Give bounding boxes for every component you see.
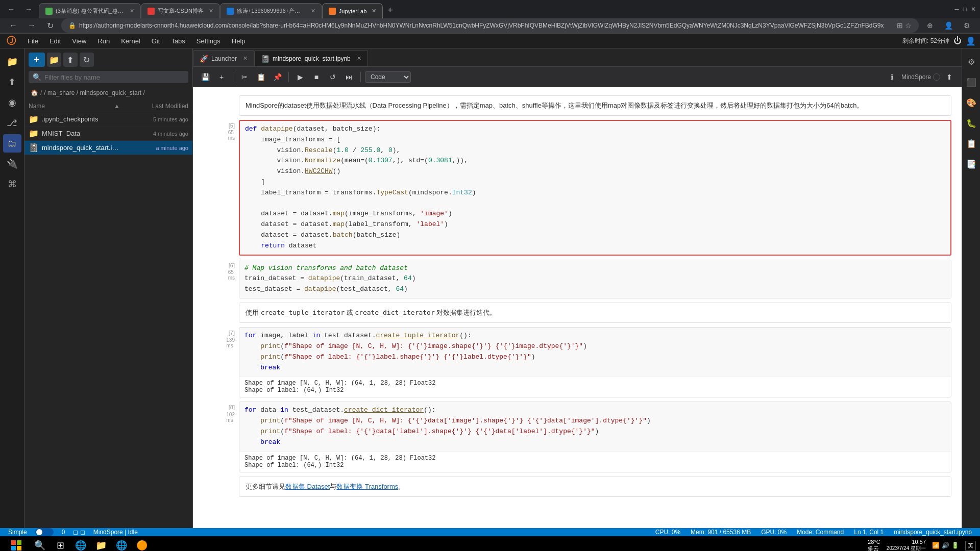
run-all-btn[interactable]: ⏭ bbox=[342, 70, 356, 84]
address-box[interactable]: 🔒 https://authoring-modelarts-cnnorth4.h… bbox=[61, 18, 919, 33]
minimize-btn[interactable]: ─ bbox=[954, 6, 959, 13]
browser-tab-4[interactable]: JupyterLab ✕ bbox=[322, 3, 383, 18]
right-settings-btn[interactable]: ⚙ bbox=[962, 53, 981, 71]
notebook-tab-bar: 🚀 Launcher ✕ 📓 mindspore_quick_start.ipy… bbox=[193, 48, 962, 67]
forward-btn[interactable]: → bbox=[24, 18, 39, 33]
start-btn[interactable] bbox=[4, 537, 29, 551]
col-modified-header[interactable]: Last Modified bbox=[122, 103, 188, 110]
menu-file[interactable]: File bbox=[22, 35, 43, 47]
sidebar-running-btn[interactable]: ◉ bbox=[3, 93, 21, 112]
mode-toggle[interactable] bbox=[35, 528, 54, 536]
col-name-header[interactable]: Name bbox=[29, 103, 112, 110]
cut-btn[interactable]: ✂ bbox=[237, 70, 252, 84]
cell-5[interactable]: [5] 65 ms def datapipe(dataset, batch_si… bbox=[203, 120, 951, 256]
sidebar-extensions-btn[interactable]: 🔌 bbox=[3, 155, 21, 173]
interrupt-btn[interactable]: ■ bbox=[309, 70, 324, 84]
file-item-mnist[interactable]: 📁 MNIST_Data 4 minutes ago bbox=[24, 127, 192, 141]
right-debug-btn[interactable]: 🐛 bbox=[962, 114, 981, 132]
taskbar-taskview-btn[interactable]: ⊞ bbox=[51, 536, 69, 551]
sidebar-commands-btn[interactable]: ⌘ bbox=[3, 175, 21, 193]
tab-notebook[interactable]: 📓 mindspore_quick_start.ipynb ✕ bbox=[254, 50, 368, 66]
cell-body-6[interactable]: # Map vision transforms and batch datase… bbox=[239, 260, 951, 298]
copy-btn[interactable]: 📋 bbox=[254, 70, 268, 84]
tab-close-2[interactable]: ✕ bbox=[209, 8, 213, 14]
cell-type-select[interactable]: Code Markdown Raw bbox=[365, 71, 411, 83]
profile-btn[interactable]: 👤 bbox=[941, 18, 955, 33]
file-list: 📁 .ipynb_checkpoints 5 minutes ago 📁 MNI… bbox=[24, 112, 192, 528]
new-file-btn[interactable]: + bbox=[29, 53, 45, 67]
menu-view[interactable]: View bbox=[67, 35, 91, 47]
sidebar-git-btn[interactable]: ⎇ bbox=[3, 114, 21, 132]
address-bar-row: ← → ↻ 🔒 https://authoring-modelarts-cnno… bbox=[0, 18, 980, 33]
cell-6[interactable]: [6] 65 ms # Map vision transforms and ba… bbox=[203, 260, 951, 298]
taskbar-edge-btn[interactable]: 🌐 bbox=[71, 536, 90, 551]
sidebar-folder-btn[interactable]: 📁 bbox=[3, 53, 21, 71]
menu-kernel[interactable]: Kernel bbox=[116, 35, 145, 47]
upload-btn[interactable]: ⬆ bbox=[63, 53, 78, 67]
tab-close-notebook[interactable]: ✕ bbox=[357, 55, 361, 62]
save-btn[interactable]: 💾 bbox=[198, 70, 212, 84]
power-icon[interactable]: ⏻ bbox=[953, 36, 962, 45]
menu-run[interactable]: Run bbox=[92, 35, 115, 47]
new-tab-btn[interactable]: + bbox=[383, 3, 397, 17]
sidebar-files-btn[interactable]: 🗂 bbox=[3, 134, 21, 153]
cell-7[interactable]: [7] 139 ms for image, label in test_data… bbox=[203, 327, 951, 397]
tab-close-launcher[interactable]: ✕ bbox=[243, 55, 248, 62]
share-btn[interactable]: ⬆ bbox=[942, 70, 957, 84]
paste-btn[interactable]: 📌 bbox=[270, 70, 284, 84]
cell-gutter-md3 bbox=[203, 477, 239, 497]
search-input[interactable] bbox=[44, 73, 184, 81]
reader-icon[interactable]: ⊞ bbox=[897, 21, 903, 30]
file-item-checkpoints[interactable]: 📁 .ipynb_checkpoints 5 minutes ago bbox=[24, 112, 192, 127]
right-prop-btn[interactable]: 📋 bbox=[962, 134, 981, 153]
menu-tabs[interactable]: Tabs bbox=[166, 35, 190, 47]
close-btn[interactable]: ✕ bbox=[971, 6, 976, 13]
cell-8[interactable]: [8] 102 ms for data in test_dataset.crea… bbox=[203, 402, 951, 472]
taskbar-chrome-btn[interactable]: 🌐 bbox=[112, 536, 131, 551]
menu-help[interactable]: Help bbox=[227, 35, 251, 47]
file-item-notebook[interactable]: 📓 mindspore_quick_start.ipynb a minute a… bbox=[24, 141, 192, 155]
reload-btn[interactable]: ↻ bbox=[43, 18, 57, 33]
kernel-info-btn[interactable]: ℹ bbox=[885, 70, 899, 84]
bookmark-icon[interactable]: ☆ bbox=[905, 21, 912, 30]
settings-btn-browser[interactable]: ⚙ bbox=[960, 18, 974, 33]
taskbar-app-btn[interactable]: 🟠 bbox=[133, 536, 151, 551]
filter-box[interactable]: 🔍 bbox=[29, 71, 188, 83]
taskbar-explorer-btn[interactable]: 📁 bbox=[92, 536, 110, 551]
browser-tab-1[interactable]: (3条消息) 惠公署代码_惠公系列 ✕ bbox=[39, 3, 141, 18]
sidebar-upload-btn[interactable]: ⬆ bbox=[3, 73, 21, 91]
extensions-btn[interactable]: ⊕ bbox=[923, 18, 937, 33]
run-btn[interactable]: ▶ bbox=[293, 70, 307, 84]
new-folder-btn[interactable]: 📁 bbox=[47, 53, 61, 67]
user-icon[interactable]: 👤 bbox=[966, 36, 976, 46]
cell-body-5[interactable]: def datapipe(dataset, batch_size): image… bbox=[239, 120, 951, 256]
maximize-btn[interactable]: □ bbox=[963, 6, 967, 13]
cell-body-7[interactable]: for image, label in test_dataset.create_… bbox=[239, 327, 951, 397]
restart-btn[interactable]: ↺ bbox=[326, 70, 340, 84]
menu-settings[interactable]: Settings bbox=[191, 35, 226, 47]
right-terminal-btn[interactable]: ⬛ bbox=[962, 73, 981, 91]
menu-edit[interactable]: Edit bbox=[44, 35, 66, 47]
svg-rect-1 bbox=[17, 540, 21, 545]
notebook-content[interactable]: MindSpore的dataset使用数据处理流水线（Data Processi… bbox=[193, 87, 962, 528]
cell-body-8[interactable]: for data in test_dataset.create_dict_ite… bbox=[239, 402, 951, 472]
back-btn[interactable]: ← bbox=[6, 18, 20, 33]
file-modified-notebook: a minute ago bbox=[122, 145, 188, 151]
browser-forward-btn[interactable]: → bbox=[21, 2, 36, 16]
browser-back-btn[interactable]: ← bbox=[4, 2, 18, 16]
refresh-btn[interactable]: ↻ bbox=[80, 53, 94, 67]
browser-tab-2[interactable]: 写文章-CSDN博客 ✕ bbox=[141, 3, 220, 18]
browser-tab-3[interactable]: 徐涛+13960699696+产品体验评 ✕ bbox=[220, 3, 322, 18]
tab-close-3[interactable]: ✕ bbox=[311, 8, 315, 14]
home-icon[interactable]: 🏠 bbox=[31, 89, 38, 96]
tab-close-4[interactable]: ✕ bbox=[372, 8, 376, 14]
kernel-status-btn[interactable] bbox=[933, 73, 940, 81]
menu-git[interactable]: Git bbox=[146, 35, 165, 47]
add-cell-btn[interactable]: + bbox=[214, 70, 229, 84]
right-palette-btn[interactable]: 🎨 bbox=[962, 93, 981, 112]
taskbar-search-btn[interactable]: 🔍 bbox=[31, 536, 49, 551]
tab-close-1[interactable]: ✕ bbox=[130, 8, 134, 14]
right-toc-btn[interactable]: 📑 bbox=[962, 155, 981, 173]
tab-launcher[interactable]: 🚀 Launcher ✕ bbox=[193, 50, 254, 66]
ln-col: Ln 1, Col 1 bbox=[854, 529, 884, 536]
